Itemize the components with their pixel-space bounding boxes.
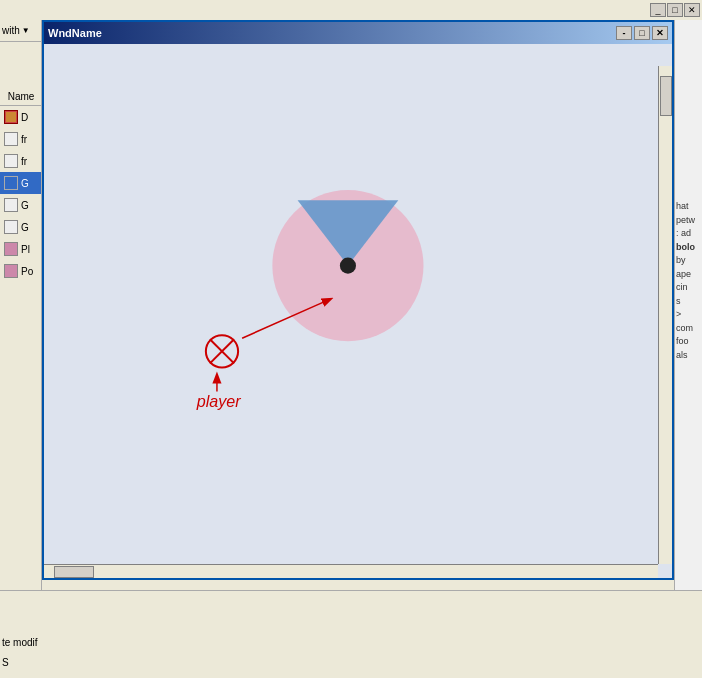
bg-window-controls: _ □ ✕	[650, 3, 700, 17]
item-g2-label: G	[21, 222, 29, 233]
with-label: with	[2, 25, 20, 36]
item-po-icon	[3, 263, 19, 279]
with-dropdown-area: with ▼	[0, 20, 42, 42]
sidebar-item-po[interactable]: Po	[0, 260, 42, 282]
title-bar: WndName - □ ✕	[44, 22, 672, 44]
right-text-panel: hatpetw: adbolobyapecins>comfooals	[674, 20, 702, 678]
item-g1-label: G	[21, 200, 29, 211]
item-d-icon	[3, 109, 19, 125]
sidebar-item-pl[interactable]: Pl	[0, 238, 42, 260]
player-label: player	[196, 392, 242, 410]
bottom-bar: te modif S	[0, 590, 702, 678]
horizontal-scrollbar[interactable]	[44, 564, 658, 578]
item-g-sel-label: G	[21, 178, 29, 189]
sidebar-items: D fr fr G	[0, 106, 42, 282]
bg-maximize-button[interactable]: □	[667, 3, 683, 17]
bottom-text2: S	[2, 657, 9, 668]
bottom-text1: te modif	[2, 637, 38, 648]
bottom-text2-label: S	[2, 657, 9, 668]
right-panel-text: hatpetw: adbolobyapecins>comfooals	[676, 200, 700, 362]
item-po-label: Po	[21, 266, 33, 277]
sidebar-header-label: Name	[8, 91, 35, 102]
sidebar-item-g-selected[interactable]: G	[0, 172, 42, 194]
center-dot	[340, 258, 356, 274]
vertical-scrollbar[interactable]	[658, 66, 672, 564]
vertical-scroll-thumb[interactable]	[660, 76, 672, 116]
minimize-button[interactable]: -	[616, 26, 632, 40]
item-pl-icon	[3, 241, 19, 257]
window-controls: - □ ✕	[616, 26, 668, 40]
main-window: WndName - □ ✕	[42, 20, 674, 580]
item-fr1-icon	[3, 131, 19, 147]
window-title: WndName	[48, 27, 102, 39]
bg-close-button[interactable]: ✕	[684, 3, 700, 17]
item-g2-icon	[3, 219, 19, 235]
item-d-label: D	[21, 112, 28, 123]
sidebar-item-g1[interactable]: G	[0, 194, 42, 216]
sidebar-item-fr1[interactable]: fr	[0, 128, 42, 150]
bg-title-bar: _ □ ✕	[0, 0, 702, 20]
game-scene: player	[44, 44, 672, 578]
bg-minimize-button[interactable]: _	[650, 3, 666, 17]
close-button[interactable]: ✕	[652, 26, 668, 40]
horizontal-scroll-thumb[interactable]	[54, 566, 94, 578]
item-pl-label: Pl	[21, 244, 30, 255]
sidebar-header: Name	[0, 88, 42, 106]
canvas-area: player	[44, 44, 672, 578]
item-fr2-icon	[3, 153, 19, 169]
sidebar-item-fr2[interactable]: fr	[0, 150, 42, 172]
item-fr1-label: fr	[21, 134, 27, 145]
item-fr2-label: fr	[21, 156, 27, 167]
item-g1-icon	[3, 197, 19, 213]
bottom-text1-label: te modif	[2, 637, 38, 648]
sidebar-item-d[interactable]: D	[0, 106, 42, 128]
background-app: _ □ ✕ with ▼ Name D	[0, 0, 702, 678]
item-g-sel-icon	[3, 175, 19, 191]
maximize-button[interactable]: □	[634, 26, 650, 40]
sidebar-item-g2[interactable]: G	[0, 216, 42, 238]
left-sidebar: with ▼ Name D fr	[0, 20, 42, 678]
dropdown-arrow-icon[interactable]: ▼	[22, 26, 30, 35]
